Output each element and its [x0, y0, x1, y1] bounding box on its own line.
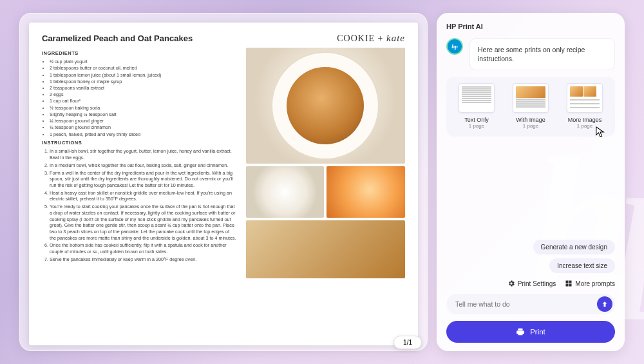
ingredients-heading: INGREDIENTS — [42, 50, 237, 57]
cursor-icon — [596, 126, 605, 138]
instruction-item: Serve the pancakes immediately or keep w… — [50, 256, 237, 263]
ingredient-item: 1 cup oat flour* — [50, 98, 237, 104]
ai-panel-title: HP Print AI — [446, 23, 615, 30]
instruction-item: Heat a heavy cast iron skillet or nonsti… — [50, 190, 237, 202]
chip-generate-design[interactable]: Generate a new design — [533, 240, 615, 254]
brand-left: COOKIE — [337, 34, 375, 43]
document-page[interactable]: Caramelized Peach and Oat Pancakes COOKI… — [29, 23, 418, 345]
site-brand: COOKIE + kate — [337, 33, 405, 44]
chip-increase-text[interactable]: Increase text size — [549, 258, 615, 273]
ingredient-item: ½ teaspoon baking soda — [50, 105, 237, 111]
print-settings-label: Print Settings — [518, 280, 556, 287]
instruction-item: Once the bottom side has cooked sufficie… — [50, 242, 237, 254]
brand-sep: + — [378, 34, 384, 43]
ai-message-bubble: Here are some prints on only recipe inst… — [469, 38, 615, 70]
hp-logo-icon: hp — [446, 38, 463, 55]
instruction-item: In a small-ish bowl, stir together the y… — [50, 148, 237, 160]
option-sublabel: 1 page — [451, 123, 502, 129]
arrow-up-icon — [601, 300, 609, 308]
option-label: More Images — [560, 117, 610, 123]
print-settings-button[interactable]: Print Settings — [507, 280, 556, 287]
gear-icon — [507, 280, 515, 287]
ingredient-item: 2 eggs — [50, 91, 237, 98]
prompt-input[interactable] — [455, 300, 597, 308]
option-more-images[interactable]: More Images 1 page — [560, 83, 610, 129]
option-thumb-text-only — [459, 83, 495, 113]
recipe-image-bowl — [246, 166, 325, 218]
ingredient-item: ¼ teaspoon ground ginger — [50, 118, 237, 124]
suggestion-chips: Generate a new design Increase text size — [446, 240, 615, 273]
send-button[interactable] — [597, 296, 612, 312]
ai-panel: HP Print AI hp Here are some prints on o… — [437, 13, 625, 351]
brand-right: kate — [386, 33, 405, 43]
document-preview-panel: Caramelized Peach and Oat Pancakes COOKI… — [19, 13, 428, 351]
instruction-item: In a medium bowl, whisk together the oat… — [50, 162, 237, 169]
ingredient-item: ¼ teaspoon ground cinnamon — [50, 124, 237, 131]
printer-icon — [516, 327, 525, 336]
option-text-only[interactable]: Text Only 1 page — [451, 83, 502, 129]
ingredient-item: 1 tablespoon lemon juice (about 1 small … — [50, 72, 237, 79]
ingredient-item: 2 tablespoons butter or coconut oil, mel… — [50, 65, 237, 72]
more-prompts-label: More prompts — [575, 280, 615, 287]
page-indicator[interactable]: 1/1 — [393, 336, 422, 349]
print-layout-options: Text Only 1 page With Image 1 page More … — [446, 77, 615, 137]
instructions-heading: INSTRUCTIONS — [42, 140, 237, 146]
print-button-label: Print — [530, 328, 545, 336]
recipe-hero-image — [246, 48, 406, 164]
option-sublabel: 1 page — [506, 123, 556, 129]
ingredient-item: ½ cup plain yogurt — [50, 59, 237, 65]
recipe-image-pancakes — [246, 220, 406, 278]
more-prompts-button[interactable]: More prompts — [565, 280, 615, 287]
ingredients-list: ½ cup plain yogurt2 tablespoons butter o… — [42, 59, 237, 137]
option-thumb-more-images — [567, 83, 603, 113]
ingredient-item: 1 tablespoon honey or maple syrup — [50, 79, 237, 85]
recipe-image-peach — [327, 166, 405, 218]
prompt-input-row — [446, 294, 615, 314]
ingredient-item: Slightly heaping ¼ teaspoon salt — [50, 111, 237, 118]
instructions-list: In a small-ish bowl, stir together the y… — [42, 148, 237, 262]
grid-icon — [565, 280, 573, 287]
ingredient-item: 2 teaspoons vanilla extract — [50, 85, 237, 91]
option-with-image[interactable]: With Image 1 page — [506, 83, 556, 129]
instruction-item: Form a well in the center of the dry ing… — [50, 170, 237, 189]
print-button[interactable]: Print — [446, 321, 615, 343]
instruction-item: You're ready to start cooking your panca… — [50, 204, 237, 241]
recipe-title: Caramelized Peach and Oat Pancakes — [42, 34, 193, 43]
option-thumb-with-image — [513, 83, 549, 113]
option-label: With Image — [506, 117, 556, 123]
ingredient-item: 1 peach, halved, pitted and very thinly … — [50, 131, 237, 138]
option-label: Text Only — [451, 117, 502, 123]
